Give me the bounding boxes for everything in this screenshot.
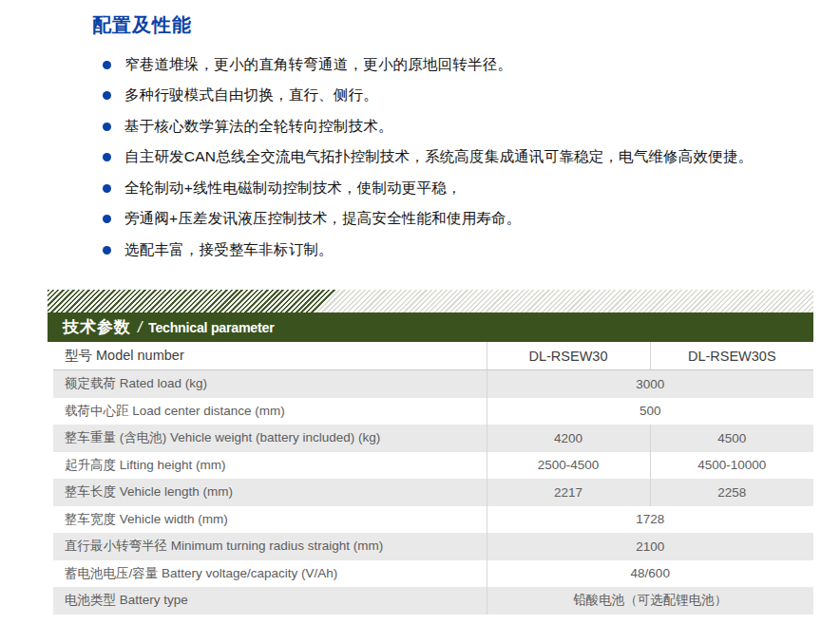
bullet-dot-icon [103,246,111,255]
bullet-dot-icon [103,123,111,131]
table-row: 整车长度 Vehicle length (mm)22172258 [53,479,813,506]
hatch-decoration [48,290,813,312]
row-label: 起升高度 Lifting height (mm) [53,452,487,480]
bullet-dot-icon [103,153,111,161]
row-value-col1: 4200 [487,425,650,452]
table-header-row: 型号 Model number DL-RSEW30 DL-RSEW30S [53,342,813,370]
feature-item: 窄巷道堆垛，更小的直角转弯通道，更小的原地回转半径。 [103,49,825,81]
page-title: 配置及性能 [92,12,192,38]
feature-list: 窄巷道堆垛，更小的直角转弯通道，更小的原地回转半径。多种行驶模式自由切换，直行、… [103,49,825,266]
row-value-span: 3000 [487,370,813,398]
feature-item: 基于核心数学算法的全轮转向控制技术。 [103,111,825,142]
feature-item: 旁通阀+压差发讯液压控制技术，提高安全性能和使用寿命。 [103,204,825,236]
table-row: 起升高度 Lifting height (mm)2500-45004500-10… [53,452,813,480]
model-col-2: DL-RSEW30S [650,342,813,370]
feature-text: 全轮制动+线性电磁制动控制技术，使制动更平稳， [124,179,462,199]
row-label: 整车重量 (含电池) Vehicle weight (battery inclu… [53,425,487,452]
row-value-span: 48/600 [487,560,813,588]
bullet-dot-icon [103,91,111,100]
feature-text: 选配丰富，接受整车非标订制。 [124,240,334,260]
table-row: 载荷中心距 Load center distance (mm)500 [53,398,813,426]
section-title-zh: 技术参数 [63,316,131,338]
row-value-col2: 4500-10000 [650,452,813,480]
row-label: 整车长度 Vehicle length (mm) [53,479,487,506]
feature-item: 多种行驶模式自由切换，直行、侧行。 [103,81,825,112]
feature-item: 选配丰富，接受整车非标订制。 [103,235,825,266]
row-value-span: 铅酸电池（可选配锂电池） [487,587,813,615]
feature-text: 旁通阀+压差发讯液压控制技术，提高安全性能和使用寿命。 [124,209,521,229]
model-col-1: DL-RSEW30 [487,342,650,370]
row-value-col2: 2258 [650,479,813,506]
row-label: 直行最小转弯半径 Minimum turning radius straight… [53,533,487,560]
table-row: 蓄电池电压/容量 Battery voltage/capacity (V/Ah)… [53,560,813,588]
row-value-span: 500 [487,398,813,426]
section-title-divider: / [138,319,142,336]
bullet-dot-icon [103,61,111,69]
feature-text: 基于核心数学算法的全轮转向控制技术。 [124,117,393,137]
technical-parameter-table: 型号 Model number DL-RSEW30 DL-RSEW30S 额定载… [53,342,813,615]
table-row: 直行最小转弯半径 Minimum turning radius straight… [53,533,813,560]
section-title-en: Technical parameter [148,319,274,336]
row-label: 整车宽度 Vehicle width (mm) [53,506,487,534]
feature-text: 多种行驶模式自由切换，直行、侧行。 [124,85,378,105]
row-label: 蓄电池电压/容量 Battery voltage/capacity (V/Ah) [53,560,487,588]
table-row: 整车重量 (含电池) Vehicle weight (battery inclu… [53,425,813,452]
hatch-dark-stripes [48,290,338,312]
feature-text: 自主研发CAN总线全交流电气拓扑控制技术，系统高度集成通讯可靠稳定，电气维修高效… [124,147,753,167]
model-number-label: 型号 Model number [53,342,487,370]
row-value-span: 1728 [487,506,813,534]
spec-sheet-page: 配置及性能 窄巷道堆垛，更小的直角转弯通道，更小的原地回转半径。多种行驶模式自由… [0,0,840,643]
row-label: 额定载荷 Rated load (kg) [53,370,487,398]
row-label: 电池类型 Battery type [53,587,487,615]
bullet-dot-icon [103,184,111,193]
row-value-col2: 4500 [650,425,813,452]
table-row: 电池类型 Battery type铅酸电池（可选配锂电池） [53,587,813,615]
feature-text: 窄巷道堆垛，更小的直角转弯通道，更小的原地回转半径。 [124,55,512,75]
section-header: 技术参数 / Technical parameter [48,312,813,342]
row-value-span: 2100 [487,533,813,560]
row-label: 载荷中心距 Load center distance (mm) [53,398,487,426]
feature-item: 自主研发CAN总线全交流电气拓扑控制技术，系统高度集成通讯可靠稳定，电气维修高效… [103,142,825,174]
bullet-dot-icon [103,215,111,223]
row-value-col1: 2217 [487,479,650,506]
feature-item: 全轮制动+线性电磁制动控制技术，使制动更平稳， [103,173,825,204]
row-value-col1: 2500-4500 [487,452,650,480]
table-row: 整车宽度 Vehicle width (mm)1728 [53,506,813,534]
table-row: 额定载荷 Rated load (kg)3000 [53,370,813,398]
